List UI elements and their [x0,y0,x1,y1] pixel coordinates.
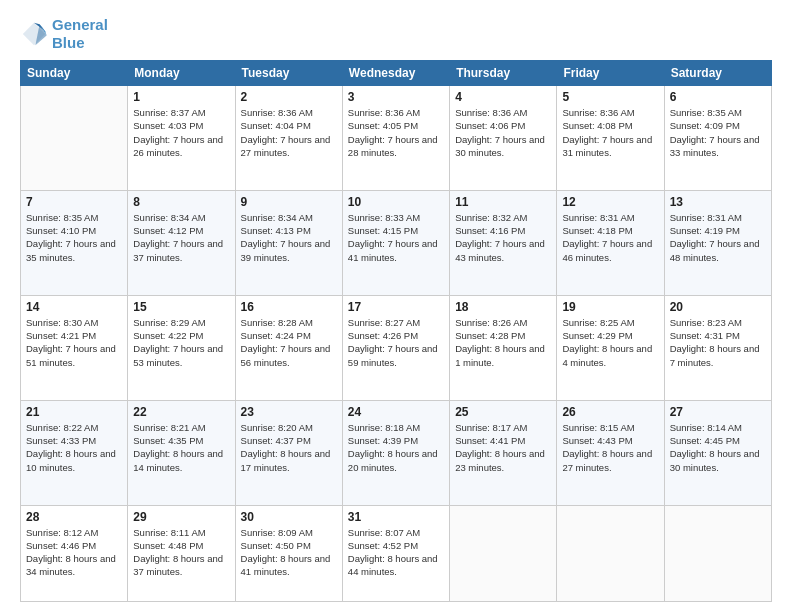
day-info: Sunrise: 8:14 AMSunset: 4:45 PMDaylight:… [670,421,766,474]
day-info: Sunrise: 8:32 AMSunset: 4:16 PMDaylight:… [455,211,551,264]
calendar-week-2: 7Sunrise: 8:35 AMSunset: 4:10 PMDaylight… [21,190,772,295]
day-info: Sunrise: 8:28 AMSunset: 4:24 PMDaylight:… [241,316,337,369]
calendar-cell: 1Sunrise: 8:37 AMSunset: 4:03 PMDaylight… [128,86,235,191]
day-number: 27 [670,405,766,419]
day-number: 18 [455,300,551,314]
calendar-cell: 5Sunrise: 8:36 AMSunset: 4:08 PMDaylight… [557,86,664,191]
day-info: Sunrise: 8:35 AMSunset: 4:09 PMDaylight:… [670,106,766,159]
calendar-cell: 12Sunrise: 8:31 AMSunset: 4:18 PMDayligh… [557,190,664,295]
day-info: Sunrise: 8:34 AMSunset: 4:12 PMDaylight:… [133,211,229,264]
day-number: 11 [455,195,551,209]
day-header-saturday: Saturday [664,61,771,86]
day-info: Sunrise: 8:11 AMSunset: 4:48 PMDaylight:… [133,526,229,579]
calendar-cell: 20Sunrise: 8:23 AMSunset: 4:31 PMDayligh… [664,295,771,400]
day-info: Sunrise: 8:23 AMSunset: 4:31 PMDaylight:… [670,316,766,369]
day-number: 16 [241,300,337,314]
calendar-cell: 29Sunrise: 8:11 AMSunset: 4:48 PMDayligh… [128,505,235,602]
calendar-cell: 17Sunrise: 8:27 AMSunset: 4:26 PMDayligh… [342,295,449,400]
calendar-cell: 30Sunrise: 8:09 AMSunset: 4:50 PMDayligh… [235,505,342,602]
day-header-monday: Monday [128,61,235,86]
calendar-week-5: 28Sunrise: 8:12 AMSunset: 4:46 PMDayligh… [21,505,772,602]
calendar-cell [557,505,664,602]
day-info: Sunrise: 8:07 AMSunset: 4:52 PMDaylight:… [348,526,444,579]
day-info: Sunrise: 8:09 AMSunset: 4:50 PMDaylight:… [241,526,337,579]
day-info: Sunrise: 8:36 AMSunset: 4:08 PMDaylight:… [562,106,658,159]
calendar-cell [450,505,557,602]
day-number: 29 [133,510,229,524]
day-number: 23 [241,405,337,419]
day-info: Sunrise: 8:21 AMSunset: 4:35 PMDaylight:… [133,421,229,474]
calendar-week-4: 21Sunrise: 8:22 AMSunset: 4:33 PMDayligh… [21,400,772,505]
calendar-cell [664,505,771,602]
day-number: 26 [562,405,658,419]
calendar-cell: 10Sunrise: 8:33 AMSunset: 4:15 PMDayligh… [342,190,449,295]
day-number: 21 [26,405,122,419]
day-info: Sunrise: 8:12 AMSunset: 4:46 PMDaylight:… [26,526,122,579]
calendar-cell: 22Sunrise: 8:21 AMSunset: 4:35 PMDayligh… [128,400,235,505]
header-row: SundayMondayTuesdayWednesdayThursdayFrid… [21,61,772,86]
day-number: 17 [348,300,444,314]
calendar-cell: 26Sunrise: 8:15 AMSunset: 4:43 PMDayligh… [557,400,664,505]
day-number: 4 [455,90,551,104]
calendar-cell: 2Sunrise: 8:36 AMSunset: 4:04 PMDaylight… [235,86,342,191]
day-info: Sunrise: 8:29 AMSunset: 4:22 PMDaylight:… [133,316,229,369]
logo-icon [20,20,48,48]
calendar-cell: 11Sunrise: 8:32 AMSunset: 4:16 PMDayligh… [450,190,557,295]
logo: General Blue [20,16,108,52]
day-header-friday: Friday [557,61,664,86]
day-number: 19 [562,300,658,314]
day-number: 30 [241,510,337,524]
calendar-cell: 21Sunrise: 8:22 AMSunset: 4:33 PMDayligh… [21,400,128,505]
calendar-cell: 24Sunrise: 8:18 AMSunset: 4:39 PMDayligh… [342,400,449,505]
day-number: 24 [348,405,444,419]
day-header-thursday: Thursday [450,61,557,86]
calendar-cell: 8Sunrise: 8:34 AMSunset: 4:12 PMDaylight… [128,190,235,295]
day-info: Sunrise: 8:26 AMSunset: 4:28 PMDaylight:… [455,316,551,369]
day-number: 20 [670,300,766,314]
day-info: Sunrise: 8:37 AMSunset: 4:03 PMDaylight:… [133,106,229,159]
day-info: Sunrise: 8:31 AMSunset: 4:19 PMDaylight:… [670,211,766,264]
day-number: 8 [133,195,229,209]
calendar-cell: 18Sunrise: 8:26 AMSunset: 4:28 PMDayligh… [450,295,557,400]
calendar-cell: 4Sunrise: 8:36 AMSunset: 4:06 PMDaylight… [450,86,557,191]
calendar-cell: 31Sunrise: 8:07 AMSunset: 4:52 PMDayligh… [342,505,449,602]
day-info: Sunrise: 8:33 AMSunset: 4:15 PMDaylight:… [348,211,444,264]
calendar-week-1: 1Sunrise: 8:37 AMSunset: 4:03 PMDaylight… [21,86,772,191]
day-number: 6 [670,90,766,104]
calendar-cell: 23Sunrise: 8:20 AMSunset: 4:37 PMDayligh… [235,400,342,505]
day-number: 14 [26,300,122,314]
day-info: Sunrise: 8:36 AMSunset: 4:05 PMDaylight:… [348,106,444,159]
calendar-cell: 13Sunrise: 8:31 AMSunset: 4:19 PMDayligh… [664,190,771,295]
day-info: Sunrise: 8:25 AMSunset: 4:29 PMDaylight:… [562,316,658,369]
calendar-cell: 3Sunrise: 8:36 AMSunset: 4:05 PMDaylight… [342,86,449,191]
day-number: 10 [348,195,444,209]
day-info: Sunrise: 8:27 AMSunset: 4:26 PMDaylight:… [348,316,444,369]
day-info: Sunrise: 8:20 AMSunset: 4:37 PMDaylight:… [241,421,337,474]
calendar-page: General Blue SundayMondayTuesdayWednesda… [0,0,792,612]
day-info: Sunrise: 8:35 AMSunset: 4:10 PMDaylight:… [26,211,122,264]
calendar-week-3: 14Sunrise: 8:30 AMSunset: 4:21 PMDayligh… [21,295,772,400]
day-info: Sunrise: 8:18 AMSunset: 4:39 PMDaylight:… [348,421,444,474]
day-number: 7 [26,195,122,209]
day-info: Sunrise: 8:17 AMSunset: 4:41 PMDaylight:… [455,421,551,474]
day-number: 5 [562,90,658,104]
day-info: Sunrise: 8:34 AMSunset: 4:13 PMDaylight:… [241,211,337,264]
calendar-cell: 9Sunrise: 8:34 AMSunset: 4:13 PMDaylight… [235,190,342,295]
day-number: 13 [670,195,766,209]
logo-brand: General Blue [52,16,108,52]
calendar-table: SundayMondayTuesdayWednesdayThursdayFrid… [20,60,772,602]
day-number: 28 [26,510,122,524]
day-info: Sunrise: 8:36 AMSunset: 4:06 PMDaylight:… [455,106,551,159]
calendar-cell: 6Sunrise: 8:35 AMSunset: 4:09 PMDaylight… [664,86,771,191]
day-header-wednesday: Wednesday [342,61,449,86]
calendar-cell: 16Sunrise: 8:28 AMSunset: 4:24 PMDayligh… [235,295,342,400]
day-number: 25 [455,405,551,419]
day-number: 31 [348,510,444,524]
calendar-cell: 19Sunrise: 8:25 AMSunset: 4:29 PMDayligh… [557,295,664,400]
calendar-cell: 14Sunrise: 8:30 AMSunset: 4:21 PMDayligh… [21,295,128,400]
day-info: Sunrise: 8:31 AMSunset: 4:18 PMDaylight:… [562,211,658,264]
day-number: 3 [348,90,444,104]
calendar-cell: 25Sunrise: 8:17 AMSunset: 4:41 PMDayligh… [450,400,557,505]
day-info: Sunrise: 8:36 AMSunset: 4:04 PMDaylight:… [241,106,337,159]
calendar-cell [21,86,128,191]
